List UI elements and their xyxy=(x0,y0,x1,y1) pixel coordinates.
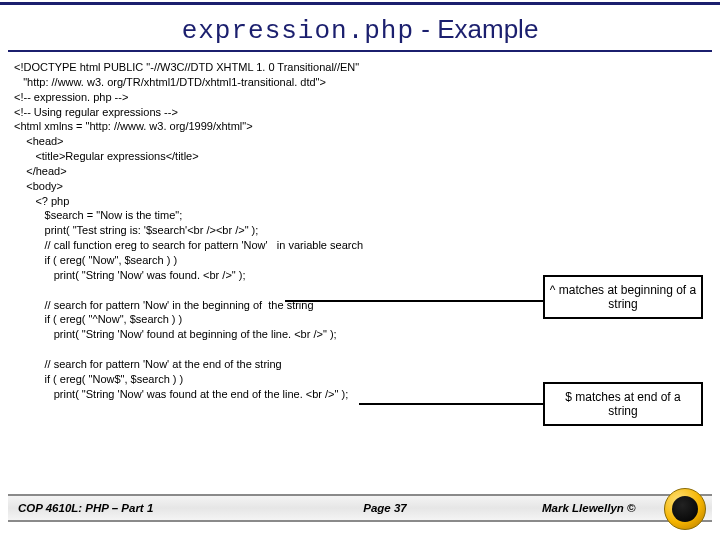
ucf-logo xyxy=(664,488,706,530)
callout-dollar: $ matches at end of a string xyxy=(543,382,703,426)
code-block: <!DOCTYPE html PUBLIC "-//W3C//DTD XHTML… xyxy=(14,60,363,401)
footer-page: Page 37 xyxy=(228,502,542,514)
callout-connector-2 xyxy=(359,403,545,405)
callout-caret: ^ matches at beginning of a string xyxy=(543,275,703,319)
slide-title: expression.php - Example xyxy=(0,14,720,46)
footer-bar: COP 4610L: PHP – Part 1 Page 37 Mark Lle… xyxy=(8,494,712,522)
title-rest: - Example xyxy=(414,14,538,44)
top-rule xyxy=(0,2,720,5)
callout-connector-1 xyxy=(285,300,545,302)
title-monospace: expression.php xyxy=(182,16,414,46)
title-underline xyxy=(8,50,712,52)
footer-course: COP 4610L: PHP – Part 1 xyxy=(8,502,228,514)
ucf-logo-inner xyxy=(672,496,698,522)
